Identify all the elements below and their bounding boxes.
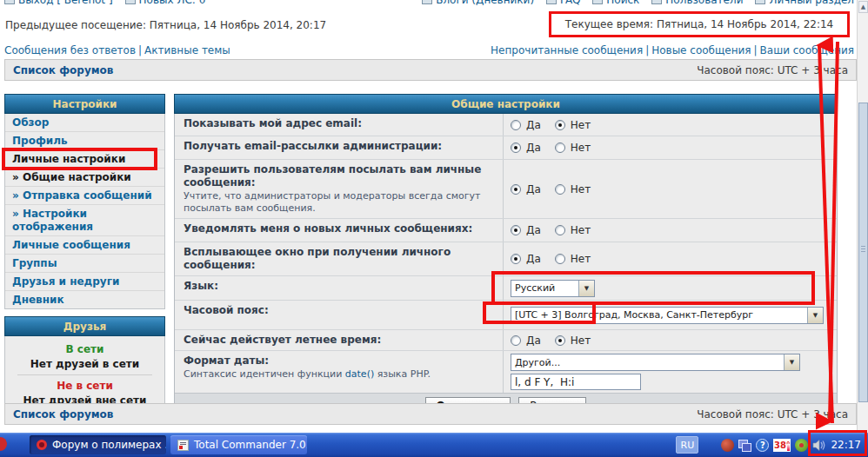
radio-label-no[interactable]: Нет [571,183,591,195]
nav-ucp[interactable]: Личный раздел [755,0,854,6]
nav-search-label[interactable]: Поиск [606,0,639,6]
weather-temp-icon[interactable]: 38° [773,439,791,452]
taskbar-button-total-commander[interactable]: Total Commander 7.0... [170,435,307,454]
new-pm-label[interactable]: Новых ЛС: 0 [139,0,206,6]
sidebar-item-personal-settings[interactable]: Личные настройки [5,150,164,169]
radio-notify-pm-yes[interactable] [511,225,521,235]
radio-label-yes[interactable]: Да [526,334,541,347]
search-icon [592,0,603,4]
radio-admin-email-yes[interactable] [511,142,521,153]
forum-index-link[interactable]: Список форумов [13,408,113,421]
separator: | [751,44,760,56]
radio-label-yes[interactable]: Да [526,224,541,236]
row-language: Язык: Русский ▼ [175,275,837,300]
sidebar-item-profile[interactable]: Профиль [5,132,164,150]
scrollbar-thumb[interactable] [858,103,868,402]
separator: | [643,44,651,56]
language-indicator[interactable]: RU [676,436,698,454]
row-label: Часовой пояс: [184,304,494,317]
radio-label-yes[interactable]: Да [526,183,541,195]
forum-index-link[interactable]: Список форумов [13,64,113,76]
total-commander-icon [177,440,189,451]
your-messages-link[interactable]: Ваши сообщения [760,44,854,56]
taskbar-clock[interactable]: 22:17 [831,439,865,451]
date-format-input[interactable] [511,374,641,390]
radio-show-email-no[interactable] [555,120,565,130]
settings-header-label: Настройки [52,98,117,110]
page: Выход [ Berenot ] Новых ЛС: 0 Блоги (Дне… [0,0,868,457]
row-date-format: Формат даты: Синтаксис идентичен функции… [175,350,837,393]
radio-label-no[interactable]: Нет [571,119,591,131]
radio-allow-pm-yes[interactable] [511,184,521,195]
antivirus-icon[interactable] [795,439,808,452]
vertical-scrollbar[interactable]: ▲ [857,0,868,433]
sidebar-item-posting-settings[interactable]: » Отправка сообщений [5,187,164,205]
taskbar-button-forum[interactable]: Форум о полимерах ... [30,435,166,454]
nav-members-label[interactable]: Пользователи [665,0,743,6]
radio-label-no[interactable]: Нет [571,334,591,347]
timezone-select-value: [UTC + 3] Волгоград, Москва, Санкт-Петер… [515,309,753,321]
nav-faq-label[interactable]: FAQ [560,0,580,6]
unread-messages-link[interactable]: Непрочитанные сообщения [491,44,643,56]
nav-ucp-label[interactable]: Личный раздел [769,0,854,6]
nav-blogs[interactable]: Блоги (Дневники) [422,0,534,6]
security-shield-icon[interactable]: ? [756,439,769,452]
radio-label-no[interactable]: Нет [571,142,591,154]
sidebar-item-groups[interactable]: Группы [5,255,164,273]
radio-admin-email-no[interactable] [555,142,565,153]
new-pm-link[interactable]: Новых ЛС: 0 [125,0,206,6]
radio-popup-pm-yes[interactable] [511,254,521,264]
volume-icon[interactable] [812,439,826,452]
opera-icon [37,440,47,450]
sidebar-item-display-settings[interactable]: » Настройки отображения [5,205,164,236]
tray-app-icon-red[interactable] [721,439,734,452]
network-icon[interactable] [738,439,751,452]
current-time-annotation-box: Текущее время: Пятница, 14 Ноябрь 2014, … [549,11,850,37]
date-format-select[interactable]: Другой... ▼ [511,354,800,371]
radio-dst-no[interactable] [555,335,565,346]
start-edge-icon[interactable] [0,437,7,451]
current-time-text: Текущее время: Пятница, 14 Ноябрь 2014, … [565,18,834,30]
scroll-up-button[interactable]: ▲ [858,1,868,13]
chevron-down-icon[interactable]: ▼ [807,308,823,323]
language-select-value: Русский [515,282,555,294]
logout-label[interactable]: Выход [ Berenot ] [18,0,113,6]
row-note: Учтите, что администраторы и модераторы … [184,190,494,215]
chevron-down-icon[interactable]: ▼ [578,281,594,296]
sidebar-item-blog[interactable]: Дневник [5,291,164,308]
nav-faq[interactable]: FAQ [546,0,580,6]
radio-label-yes[interactable]: Да [526,119,541,131]
chevron-down-icon[interactable]: ▼ [784,354,799,370]
sidebar-item-general-settings[interactable]: » Общие настройки [5,169,164,187]
sidebar-item-private-messages[interactable]: Личные сообщения [5,236,164,255]
radio-show-email-yes[interactable] [511,120,521,130]
radio-label-yes[interactable]: Да [526,253,541,265]
unanswered-link[interactable]: Сообщения без ответов [4,44,136,56]
radio-label-yes[interactable]: Да [526,142,541,154]
row-label: Сейчас действует летнее время: [184,334,494,347]
radio-label-no[interactable]: Нет [571,253,591,265]
sidebar-item-friends-foes[interactable]: Друзья и недруги [5,273,164,291]
radio-label-no[interactable]: Нет [571,224,591,236]
row-label: Показывать мой адрес email: [184,117,494,130]
radio-popup-pm-no[interactable] [555,254,565,264]
friends-header: Друзья [4,316,165,336]
new-messages-link[interactable]: Новые сообщения [651,44,751,56]
row-dst: Сейчас действует летнее время: Да Нет [175,329,837,350]
logout-link[interactable]: Выход [ Berenot ] [4,0,113,6]
quick-links-row: Сообщения без ответов|Активные темы Непр… [4,44,854,56]
language-select[interactable]: Русский ▼ [511,280,595,297]
sidebar-item-overview[interactable]: Обзор [5,114,164,132]
date-function-link[interactable]: date() [345,368,374,380]
row-note: Синтаксис идентичен функции date() языка… [184,368,494,381]
active-topics-link[interactable]: Активные темы [144,44,230,56]
radio-allow-pm-no[interactable] [555,184,565,195]
nav-search[interactable]: Поиск [592,0,639,6]
nav-blogs-label[interactable]: Блоги (Дневники) [436,0,534,6]
scrollbar-grip [861,246,865,253]
timezone-select[interactable]: [UTC + 3] Волгоград, Москва, Санкт-Петер… [511,307,824,324]
note-text: Синтаксис идентичен функции [184,368,345,380]
nav-members[interactable]: Пользователи [651,0,743,6]
radio-dst-yes[interactable] [511,335,521,346]
radio-notify-pm-no[interactable] [555,225,565,235]
